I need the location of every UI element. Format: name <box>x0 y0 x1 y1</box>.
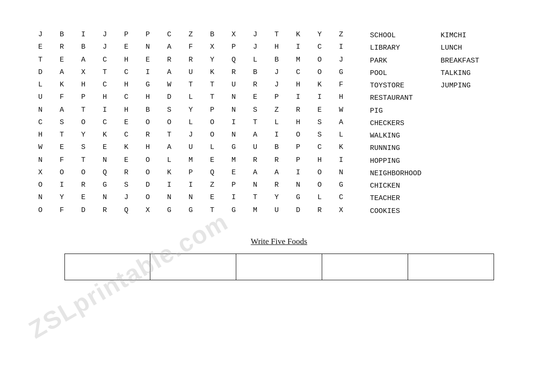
word-item: POOL <box>370 67 421 80</box>
word-item: SCHOOL <box>370 30 421 42</box>
grid-row: L K H C H G W T T U R J H K F <box>38 79 346 91</box>
word-search-grid: J B I J P P C Z B X J T K Y ZE R B J E N… <box>38 29 346 217</box>
word-item: TALKING <box>441 67 479 80</box>
word-item: TEACHER <box>370 192 421 205</box>
answer-cell-2[interactable] <box>150 254 236 280</box>
answer-cell-3[interactable] <box>236 254 322 280</box>
answer-row <box>64 254 494 280</box>
word-item: COOKIES <box>370 205 421 218</box>
grid-row: N A T I H B S Y P N S Z R E W <box>38 104 346 117</box>
page: J B I J P P C Z B X J T K Y ZE R B J E N… <box>0 0 558 392</box>
grid-row: H T Y K C R T J O N A I O S L <box>38 129 346 141</box>
word-item: WALKING <box>370 130 421 142</box>
answer-cell-4[interactable] <box>322 254 408 280</box>
grid-row: W E S E K H A U L G U B P C K <box>38 141 346 154</box>
word-list-col1: SCHOOLLIBRARYPARKPOOLTOYSTORERESTAURANTP… <box>370 30 421 218</box>
grid-row: X O O Q R O K P Q E A A I O N <box>38 167 346 179</box>
grid-row: D A X T C I A U K R B J C O G <box>38 66 346 79</box>
grid-row: N Y E N J O N N E I T Y G L C <box>38 191 346 204</box>
word-item: KIMCHI <box>441 30 479 42</box>
grid-row: E R B J E N A F X P J H I C I <box>38 41 346 53</box>
grid-row: O F D R Q X G G T G M U D R X <box>38 204 346 217</box>
grid-row: N F T N E O L M E M R R P H I <box>38 154 346 167</box>
word-list-container: SCHOOLLIBRARYPARKPOOLTOYSTORERESTAURANTP… <box>370 30 479 218</box>
word-item: JUMPING <box>441 80 479 92</box>
grid-row: U F P H C H D L T N E P I I H <box>38 91 346 104</box>
word-item: CHICKEN <box>370 180 421 192</box>
content-area: J B I J P P C Z B X J T K Y ZE R B J E N… <box>38 29 520 218</box>
word-list-col2: KIMCHILUNCHBREAKFASTTALKINGJUMPING <box>441 30 479 218</box>
word-item: TOYSTORE <box>370 80 421 92</box>
word-item: HOPPING <box>370 155 421 168</box>
word-item: RESTAURANT <box>370 92 421 105</box>
grid-row: T E A C H E R R Y Q L B M O J <box>38 54 346 66</box>
word-item: LUNCH <box>441 42 479 54</box>
word-item: BREAKFAST <box>441 55 479 67</box>
answer-cell-5[interactable] <box>408 254 494 280</box>
word-item: PARK <box>370 55 421 67</box>
word-item: PIG <box>370 105 421 117</box>
grid-row: C S O C E O O L O I T L H S A <box>38 117 346 129</box>
grid-row: O I R G S D I I Z P N R N O G <box>38 179 346 191</box>
grid-row: J B I J P P C Z B X J T K Y Z <box>38 29 346 41</box>
word-item: LIBRARY <box>370 42 421 54</box>
word-item: CHECKERS <box>370 117 421 130</box>
answer-cell-1[interactable] <box>64 254 150 280</box>
bottom-section: Write Five Foods <box>38 237 520 280</box>
word-item: RUNNING <box>370 142 421 155</box>
answer-table <box>64 254 494 280</box>
word-item: NEIGHBORHOOD <box>370 168 421 180</box>
write-foods-label: Write Five Foods <box>251 237 307 246</box>
